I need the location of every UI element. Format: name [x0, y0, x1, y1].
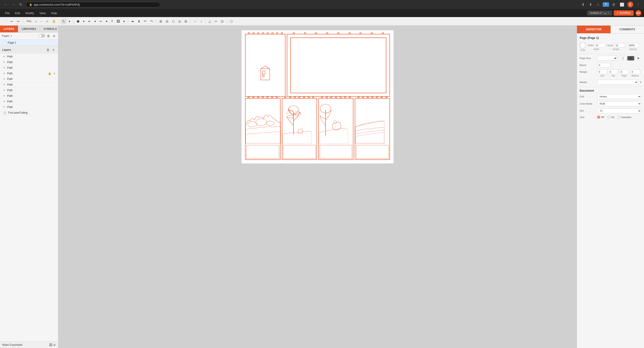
grid-off-radio[interactable]: Off [597, 116, 604, 118]
node-tool-btn[interactable]: △ [207, 19, 212, 24]
bookmark-button[interactable]: P [603, 2, 609, 7]
color-mode-select[interactable]: RGB [597, 101, 641, 106]
menu-file[interactable]: File [3, 11, 12, 16]
select-tool-btn[interactable]: ↖ [61, 19, 66, 24]
layer-item[interactable]: ✏ Path [0, 99, 58, 104]
portrait-btn[interactable]: ⬜ [619, 56, 626, 61]
layer-item-laser[interactable]: ⬜ ForLaserCutting [0, 110, 58, 116]
pages-toggle[interactable] [38, 34, 45, 38]
grid2-btn[interactable]: ⊟ [164, 19, 170, 24]
zoom-out-btn[interactable]: − [39, 19, 44, 24]
cast-icon[interactable]: ⬜ [618, 2, 626, 7]
unit-select[interactable]: Inches [597, 94, 641, 99]
layer-item[interactable]: ✏ Path [0, 54, 58, 60]
image-tool-btn[interactable]: 🖼 [115, 19, 121, 24]
margin-top-input[interactable] [608, 70, 618, 74]
page-item-1[interactable]: 📄 Page 1 [0, 40, 58, 46]
margin-left-input[interactable] [597, 70, 607, 74]
crop-btn[interactable]: ⊞ [183, 19, 188, 24]
align-btn[interactable]: ⬌ [130, 19, 136, 24]
select-dropdown-btn[interactable]: ▾ [67, 19, 72, 24]
layer-item[interactable]: ✏ Path 🔒 👁 [0, 71, 58, 76]
new-document-btn[interactable]: 📄 [2, 19, 8, 24]
margin-bottom-input[interactable] [630, 70, 640, 74]
back-button[interactable]: ← [3, 2, 9, 7]
pen-tool-btn[interactable]: ✒ [87, 19, 92, 24]
menu-modify[interactable]: Modify [23, 11, 36, 16]
extensions-icon[interactable]: ⚙ [611, 2, 617, 7]
export-add-btn[interactable]: ⊕ [53, 343, 56, 347]
upload-icon[interactable]: ⬆ [588, 2, 593, 7]
tab-libraries[interactable]: LIBRARIES [18, 26, 40, 32]
add-page-btn[interactable]: ⊕ [52, 34, 56, 38]
bleed-input[interactable] [597, 63, 610, 67]
arrange-btn[interactable]: ⬡ [171, 19, 176, 24]
layer-item[interactable]: ✏ Path [0, 76, 58, 82]
image-dropdown-btn[interactable]: ▾ [122, 19, 126, 24]
rotate-right-btn[interactable]: ↷ [149, 19, 154, 24]
mirror-h-btn[interactable]: ↔ [192, 19, 198, 24]
margin-link-btn[interactable]: ⬡ [642, 70, 644, 75]
menu-help[interactable]: Help [49, 11, 60, 16]
distribute-btn[interactable]: ⬍ [136, 19, 142, 24]
fit-page-btn[interactable]: ⤢ [44, 19, 50, 24]
layer-item[interactable]: ✏ Path [0, 93, 58, 99]
margin-right-input[interactable] [619, 70, 629, 74]
width-input[interactable] [594, 43, 605, 48]
opacity-input[interactable] [627, 43, 639, 48]
menu-dots-icon[interactable]: ⋮ [635, 2, 641, 7]
grid-on-radio[interactable]: On [607, 116, 614, 118]
mirror-v-btn[interactable]: ↕ [199, 19, 204, 24]
profile-button[interactable]: E [628, 2, 633, 8]
layer-item[interactable]: ✏ Path [0, 88, 58, 93]
pen-dropdown-btn[interactable]: ▾ [93, 19, 97, 24]
tab-symbols[interactable]: SYMBOLS [40, 26, 60, 32]
grid-btn[interactable]: ⊞ [158, 19, 164, 24]
height-input[interactable] [614, 43, 625, 48]
export-image-btn[interactable]: 🖼 [49, 343, 52, 347]
canvas-area[interactable] [58, 26, 577, 348]
text-tool-btn[interactable]: T [110, 19, 114, 24]
export-btn[interactable]: ⬡ [229, 19, 234, 24]
shape-dropdown-btn[interactable]: ▾ [82, 19, 86, 24]
tab-layers[interactable]: LAYERS [0, 26, 18, 32]
reload-button[interactable]: ↻ [18, 2, 24, 7]
forward-button[interactable]: → [10, 2, 16, 7]
zoom-in-btn[interactable]: + [34, 19, 38, 24]
undo-btn[interactable]: ↩ [9, 19, 14, 24]
landscape-btn[interactable]: ⬛ [627, 56, 634, 61]
layer-item[interactable]: ✏ Path [0, 82, 58, 88]
tab-comments[interactable]: COMMENTS [610, 26, 644, 33]
star-icon[interactable]: ☆ [595, 2, 601, 7]
scissors-btn[interactable]: ✂ [213, 19, 219, 24]
page-size-select[interactable] [597, 56, 617, 61]
delete-page-btn[interactable]: 🗑 [46, 34, 51, 38]
shape-tool-btn[interactable]: ⬟ [75, 19, 81, 24]
pan-btn[interactable]: ✋ [51, 19, 57, 24]
rotate-left-btn[interactable]: ↶ [142, 19, 148, 24]
menu-edit[interactable]: Edit [13, 11, 22, 16]
master-select[interactable] [597, 80, 638, 85]
boolean-btn[interactable]: ◎ [177, 19, 182, 24]
dpi-select[interactable]: 72 [597, 108, 641, 113]
lock-icon: 🔒 [48, 72, 51, 75]
layer-item[interactable]: ✏ Path [0, 65, 58, 71]
tab-inspector[interactable]: INSPECTOR [577, 26, 610, 33]
pencil-dropdown-btn[interactable]: ▾ [104, 19, 109, 24]
mask-btn[interactable]: ⊡ [220, 19, 225, 24]
color-swatch[interactable] [580, 42, 586, 49]
delete-layer-btn[interactable]: 🗑 [46, 48, 50, 52]
custom-size-btn[interactable]: ⊞ [635, 56, 641, 61]
pencil-tool-btn[interactable]: ✏ [98, 19, 104, 24]
menu-view[interactable]: View [37, 11, 48, 16]
address-bar[interactable]: 🔒 app.corelvector.com/?d=vvdP4AFdj [26, 2, 160, 8]
pages-dropdown[interactable]: ▾ [11, 35, 12, 38]
tab-close-icon[interactable]: × [608, 12, 609, 15]
share-button[interactable]: ⤴ SHARED [614, 10, 634, 16]
layer-item[interactable]: ✏ Path [0, 60, 58, 65]
grid-isometric-radio[interactable]: Isometric [618, 116, 632, 118]
redo-btn[interactable]: ↪ [16, 19, 21, 24]
download-icon[interactable]: ⬇ [580, 2, 586, 7]
add-layer-btn[interactable]: ✦ [51, 48, 56, 52]
layer-item[interactable]: ✏ Path [0, 104, 58, 110]
